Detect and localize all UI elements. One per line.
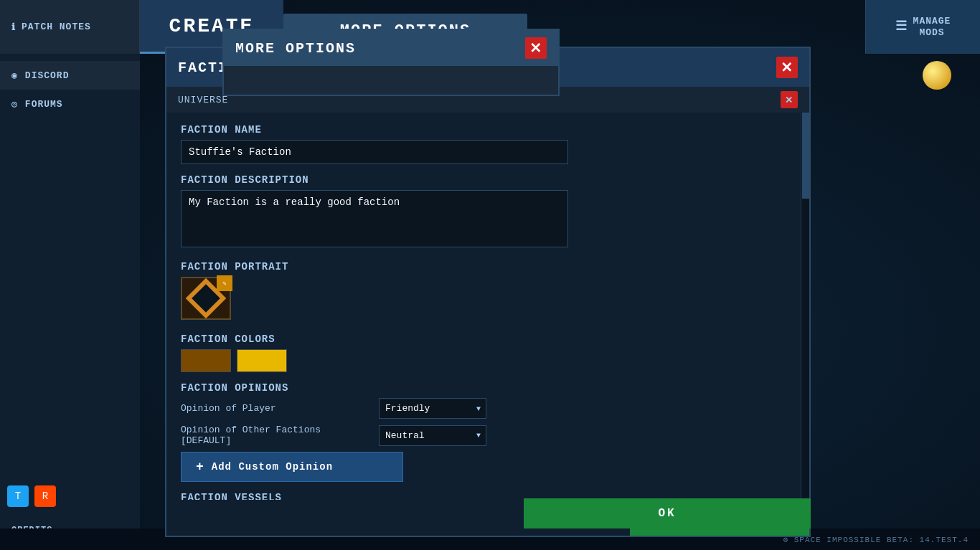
faction-colors-label: Faction Colors [181, 333, 795, 345]
scrollbar-track[interactable] [801, 113, 809, 500]
social-icons: T R [7, 485, 56, 507]
portrait-edit-button[interactable]: ✎ [217, 275, 232, 291]
footer-text: ⚙ SPACE IMPOSSIBLE BETA: 14.TEST.4 [783, 535, 969, 544]
forums-icon: ◎ [11, 98, 18, 110]
add-custom-opinion-button[interactable]: + Add Custom Opinion [181, 452, 403, 482]
close-icon: ✕ [529, 39, 543, 57]
add-icon: + [196, 460, 204, 474]
universe-close-button[interactable]: ✕ [781, 91, 798, 108]
ok-label: OK [658, 507, 676, 520]
twitter-button[interactable]: T [7, 485, 29, 507]
faction-description-label: Faction Description [181, 174, 795, 186]
patch-notes-label: PATCH NOTES [22, 22, 91, 32]
add-opinion-label: Add Custom Opinion [212, 461, 333, 473]
color-swatch-2[interactable] [237, 349, 287, 372]
forums-label: FORUMS [25, 99, 63, 110]
nav-left: ℹ PATCH NOTES [0, 0, 140, 54]
dialog-body: Faction Name Faction Description My Fact… [166, 113, 809, 500]
opinion-player-select[interactable]: Friendly Neutral Hostile Allied [379, 398, 486, 419]
manage-mods-button[interactable]: ☰ MANAGE MODS [865, 0, 980, 54]
sidebar-item-discord[interactable]: ◉ DISCORD [0, 61, 140, 90]
more-options-close-button[interactable]: ✕ [525, 37, 547, 59]
more-options-title: MORE OPTIONS [235, 40, 356, 57]
opinion-player-row: Opinion of Player Friendly Neutral Hosti… [181, 398, 795, 419]
manage-mods-label: MANAGE MODS [913, 16, 951, 38]
more-options-header: MORE OPTIONS ✕ [224, 30, 558, 66]
faction-creator-dialog: FACTION CREATOR ✕ UNIVERSE ✕ Faction Nam… [165, 47, 811, 537]
faction-name-input[interactable] [181, 140, 568, 164]
more-options-dialog: MORE OPTIONS ✕ [222, 29, 560, 96]
colors-row [181, 349, 795, 372]
planet [923, 61, 951, 90]
faction-portrait-label: Faction Portrait [181, 261, 795, 272]
close-icon-3: ✕ [785, 95, 793, 105]
opinion-player-label: Opinion of Player [181, 403, 367, 414]
scrollbar-thumb[interactable] [802, 113, 809, 199]
edit-icon: ✎ [222, 280, 226, 288]
opinion-other-select-wrapper: Neutral Friendly Hostile Allied [379, 425, 486, 446]
list-icon: ☰ [895, 19, 908, 35]
more-options-content [224, 66, 558, 95]
reddit-icon: R [42, 490, 48, 502]
faction-description-input[interactable]: My Faction is a really good faction [181, 190, 568, 247]
opinion-other-select[interactable]: Neutral Friendly Hostile Allied [379, 425, 486, 446]
color-swatch-1[interactable] [181, 349, 231, 372]
opinion-other-label: Opinion of Other Factions [DEFAULT] [181, 425, 367, 446]
info-icon: ℹ [11, 22, 16, 33]
faction-creator-close-button[interactable]: ✕ [776, 57, 798, 78]
portrait-container: ✎ [181, 277, 231, 320]
sidebar-item-forums[interactable]: ◎ FORUMS [0, 90, 140, 118]
universe-label: UNIVERSE [178, 95, 228, 105]
discord-label: DISCORD [25, 70, 70, 81]
ok-area: OK [524, 498, 811, 528]
discord-icon: ◉ [11, 70, 18, 81]
twitter-icon: T [15, 490, 21, 502]
opinion-other-row: Opinion of Other Factions [DEFAULT] Neut… [181, 425, 795, 446]
opinion-player-select-wrapper: Friendly Neutral Hostile Allied [379, 398, 486, 419]
ok-button[interactable]: OK [524, 498, 811, 528]
reddit-button[interactable]: R [34, 485, 56, 507]
faction-name-label: Faction Name [181, 124, 795, 136]
dialog-content: Faction Name Faction Description My Fact… [166, 113, 809, 500]
close-icon-2: ✕ [781, 59, 794, 76]
sidebar: ◉ DISCORD ◎ FORUMS T R CREDITS [0, 54, 140, 550]
patch-notes-button[interactable]: ℹ PATCH NOTES [11, 22, 91, 33]
faction-opinions-label: Faction Opinions [181, 382, 795, 394]
